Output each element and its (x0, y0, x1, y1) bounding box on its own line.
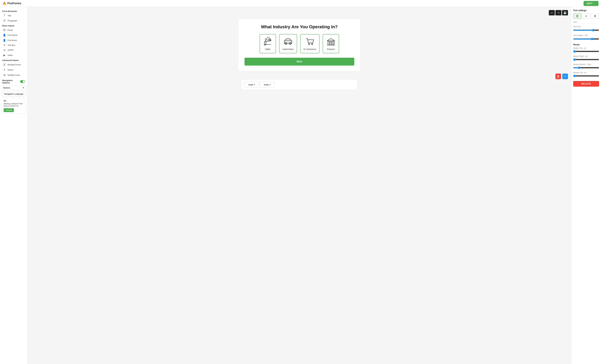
nav-dropdown-value: Buttons (3, 87, 10, 89)
paragraph-icon: ☰ (3, 19, 6, 22)
form-elements-label: Form Elements (0, 9, 27, 13)
option-finance[interactable]: Finance (323, 34, 339, 53)
color-label: color (573, 21, 599, 23)
logo: 🔥 FireForms (2, 1, 21, 5)
page-tab-1[interactable]: page 1 (244, 82, 259, 88)
sidebar-item-label: Title (8, 14, 11, 17)
sidebar-item-label: Text Box (8, 44, 15, 46)
panel-title: Text settings (573, 9, 599, 12)
form-title: What Industry Are You Operating In? (244, 24, 354, 30)
align-right-button[interactable]: ☰ (591, 13, 599, 19)
sidebar-item-label: First Name (8, 34, 18, 36)
align-left-button[interactable]: ☰ (573, 13, 581, 19)
fullname-icon: 👤 (3, 39, 6, 42)
margin-bottom-slider[interactable] (573, 67, 599, 69)
sidebar-item-video[interactable]: ▶ Video (1, 53, 27, 58)
sidebar-item-label: Multiple Icons (8, 74, 20, 76)
advanced-inputs-label: Advanced Inputs (0, 58, 27, 62)
sidebar-item-gdpr[interactable]: ⊘ GDPR (1, 48, 27, 53)
option-automotive-label: Automotive (283, 48, 294, 50)
basic-inputs-label: Basic Inputs (0, 23, 27, 28)
align-buttons: ☰ ≡ ☰ (573, 13, 599, 19)
chat-text: Missing a feature? feel free to contact … (4, 103, 24, 107)
sidebar-item-label: MultipleChoice (8, 63, 21, 66)
svg-point-8 (311, 44, 313, 45)
margin-bottom-label: Margin Bottom - 10px (573, 63, 599, 66)
fire-icon: 🔥 (2, 1, 6, 5)
nav-language-button[interactable]: Navigation Language (1, 91, 26, 97)
svg-point-7 (308, 44, 310, 45)
chevron-down-icon: ▾ (23, 87, 24, 89)
margin-right-slider[interactable] (573, 58, 599, 61)
font-weight-label: Font weight - 700 (573, 34, 599, 37)
delete-page-button[interactable]: 🗑 (555, 74, 561, 79)
chat-box: Hi, Missing a feature? feel free to cont… (1, 98, 26, 114)
gdpr-icon: ⊘ (3, 49, 6, 51)
option-finance-label: Finance (327, 48, 335, 50)
margin-top-slider[interactable] (573, 50, 599, 53)
ecommerce-icon (305, 37, 315, 46)
margin-left-slider[interactable] (573, 75, 599, 77)
right-panel: Text settings ☰ ≡ ☰ color Font size Font… (571, 7, 601, 364)
next-button[interactable]: NEXT → (583, 1, 599, 6)
svg-rect-10 (330, 41, 331, 45)
sidebar-item-paragraph[interactable]: ☰ Paragraph (1, 18, 27, 23)
option-sales[interactable]: Sales (260, 34, 276, 53)
textbox-icon: Tt (3, 44, 6, 46)
svg-rect-12 (333, 41, 335, 45)
sidebar-item-label: Email (8, 29, 13, 31)
nav-dropdown[interactable]: Buttons ▾ (1, 86, 26, 90)
sidebar-item-fullname[interactable]: 👤 Full Name (1, 38, 27, 43)
save-button[interactable]: 💾 (562, 10, 568, 15)
sidebar-item-title[interactable]: T Title (1, 13, 27, 18)
nav-options-label: Navigation Options (2, 79, 19, 84)
video-icon: ▶ (3, 54, 6, 57)
page-controls: 🗑 + (452, 74, 568, 79)
sidebar-item-label: GDPR (8, 49, 13, 51)
font-weight-slider[interactable] (573, 38, 599, 40)
multiplechoice-icon: ☰ (3, 63, 6, 66)
svg-rect-11 (331, 41, 333, 45)
option-automotive[interactable]: Automotive (279, 34, 297, 53)
option-sales-label: Sales (265, 48, 270, 50)
contact-button[interactable]: Contact (4, 108, 14, 112)
sidebar: Form Elements T Title ☰ Paragraph Basic … (0, 7, 28, 364)
redo-button[interactable]: ↪ (555, 10, 561, 15)
sidebar-item-label: Paragraph (8, 20, 17, 22)
align-center-button[interactable]: ≡ (582, 13, 590, 19)
option-ecommerce[interactable]: E-commerce (300, 34, 320, 53)
select-icon: ▾ (3, 68, 6, 71)
sales-icon (263, 37, 272, 46)
sidebar-item-select[interactable]: ▾ Select (1, 67, 27, 72)
sidebar-item-multiplechoice[interactable]: ☰ MultipleChoice (1, 62, 27, 67)
add-page-button[interactable]: + (562, 74, 568, 79)
font-size-slider[interactable] (573, 29, 599, 31)
margin-right-label: Margin Right - px (573, 55, 599, 57)
finance-icon (326, 37, 336, 46)
option-ecommerce-label: E-commerce (304, 48, 316, 50)
font-size-label: Font size (573, 25, 599, 28)
nav-language-label: Navigation Language (4, 93, 23, 95)
canvas-toolbar: ↩ ↪ 💾 (549, 10, 568, 17)
form-next-button[interactable]: Next (244, 58, 354, 66)
page-tab-2[interactable]: page 2 (260, 82, 275, 88)
delete-button[interactable]: DELETE (573, 81, 599, 87)
nav-options-toggle[interactable] (20, 80, 25, 83)
undo-button[interactable]: ↩ (549, 10, 555, 15)
firstname-icon: 👤 (3, 34, 6, 37)
chat-hi: Hi, (4, 99, 24, 102)
margin-left-label: Margin Left - px (573, 71, 599, 74)
form-card: What Industry Are You Operating In? (238, 19, 361, 71)
sidebar-item-label: Video (8, 54, 13, 56)
sidebar-item-firstname[interactable]: 👤 First Name (1, 32, 27, 38)
sidebar-item-email[interactable]: @ Email (1, 28, 27, 32)
margin-section-label: Margin (573, 43, 599, 46)
email-icon: @ (3, 29, 6, 31)
multipleicons-icon: ⊞ (3, 74, 6, 77)
pages-bar: page 1 page 2 (241, 79, 358, 90)
margin-top-label: Margin Top - px (573, 47, 599, 49)
sidebar-item-textbox[interactable]: Tt Text Box (1, 43, 27, 48)
sidebar-item-multipleicons[interactable]: ⊞ Multiple Icons (1, 72, 27, 78)
title-icon: T (3, 14, 6, 17)
sidebar-item-label: Full Name (8, 39, 17, 41)
